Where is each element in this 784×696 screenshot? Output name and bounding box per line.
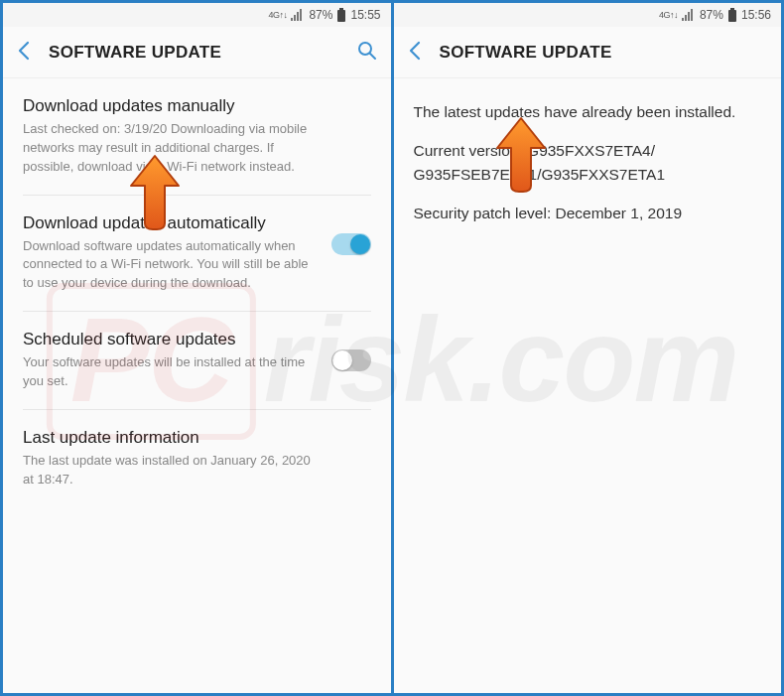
svg-line-4 (370, 54, 375, 59)
item-title: Download updates manually (23, 96, 371, 116)
item-subtitle: Last checked on: 3/19/20 Downloading via… (23, 120, 321, 177)
status-bar: 4G↑↓ 87% 15:55 (3, 3, 391, 27)
battery-percent: 87% (309, 8, 332, 22)
back-button[interactable] (408, 41, 422, 64)
page-title: SOFTWARE UPDATE (49, 43, 339, 63)
item-download-manually[interactable]: Download updates manually Last checked o… (23, 78, 371, 196)
search-button[interactable] (357, 41, 377, 65)
right-pane: 4G↑↓ 87% 15:56 SOFTWARE UPDATE The lates… (391, 3, 782, 693)
security-patch-level: Security patch level: December 1, 2019 (414, 202, 762, 224)
svg-point-3 (359, 43, 371, 55)
clock: 15:56 (741, 8, 771, 22)
svg-rect-2 (338, 12, 344, 21)
svg-rect-7 (729, 12, 735, 21)
left-pane: 4G↑↓ 87% 15:55 SOFTWARE UPDATE Download … (3, 3, 391, 693)
item-download-automatically[interactable]: Download updates automatically Download … (23, 196, 371, 313)
svg-rect-0 (339, 8, 343, 10)
signal-icon (291, 9, 305, 21)
toggle-auto-download[interactable] (331, 233, 371, 255)
item-title: Last update information (23, 428, 371, 448)
status-message: The latest updates have already been ins… (414, 100, 762, 123)
back-button[interactable] (17, 41, 31, 64)
current-version: Current version: G935FXXS7ETA4/ G935FSEB… (414, 139, 762, 186)
settings-list: Download updates manually Last checked o… (3, 78, 391, 693)
battery-percent: 87% (700, 8, 723, 22)
status-bar: 4G↑↓ 87% 15:56 (394, 3, 782, 27)
item-scheduled-updates[interactable]: Scheduled software updates Your software… (23, 312, 371, 410)
item-title: Download updates automatically (23, 213, 322, 233)
header: SOFTWARE UPDATE (3, 27, 391, 78)
item-subtitle: The last update was installed on January… (23, 452, 321, 489)
network-indicator: 4G↑↓ (659, 10, 678, 20)
battery-icon (727, 8, 737, 22)
battery-icon (336, 8, 346, 22)
item-last-update-info[interactable]: Last update information The last update … (23, 410, 371, 507)
network-indicator: 4G↑↓ (268, 10, 287, 20)
svg-rect-5 (730, 8, 734, 10)
signal-icon (682, 9, 696, 21)
toggle-scheduled[interactable] (331, 349, 371, 371)
page-title: SOFTWARE UPDATE (440, 43, 768, 63)
header: SOFTWARE UPDATE (394, 27, 782, 78)
item-title: Scheduled software updates (23, 330, 322, 349)
item-subtitle: Download software updates automatically … (23, 237, 321, 294)
update-info: The latest updates have already been ins… (394, 78, 782, 693)
clock: 15:55 (350, 8, 380, 22)
item-subtitle: Your software updates will be installed … (23, 353, 321, 391)
